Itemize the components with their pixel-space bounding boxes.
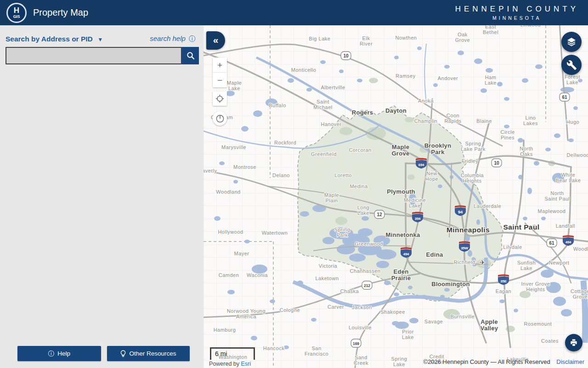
locate-button[interactable]	[213, 92, 227, 106]
org-wordmark: HENNEPIN COUNTY MINNESOTA	[455, 5, 579, 21]
map-place-label: NorthOaks	[520, 146, 533, 157]
svg-text:35W: 35W	[461, 246, 468, 250]
map-place-label: Blaine	[476, 118, 492, 124]
org-name: HENNEPIN COUNTY	[455, 5, 579, 14]
map-place-label: Woodbury	[573, 246, 588, 252]
map-canvas[interactable]: ✈✈10611012612121696949439435W49435E494Bi…	[204, 25, 588, 368]
powered-by-text: Powered by	[209, 361, 239, 367]
disclaimer-link[interactable]: Disclaimer	[556, 358, 584, 365]
map-place-label: CirclePines	[500, 129, 514, 140]
layers-button[interactable]	[561, 32, 582, 52]
map-place-label: CoonRapids	[444, 113, 461, 124]
map-place-label: Hanover	[321, 121, 341, 127]
zoom-out-button[interactable]: −	[213, 73, 227, 87]
svg-text:694: 694	[418, 163, 424, 167]
scale-bar: 6 mi	[210, 347, 255, 360]
map-place-label: Newport	[549, 260, 569, 265]
zoom-control: + −	[213, 58, 227, 87]
map-place-label: Hugo	[566, 119, 579, 125]
map-place-label: Landfall	[556, 223, 576, 229]
info-icon: ⓘ	[189, 35, 195, 42]
logo-gis-text: GIS	[13, 15, 20, 19]
scale-label: 6 mi	[215, 350, 227, 357]
map-place-label: Corcoran	[349, 147, 371, 153]
map-place-label: ForestLake	[565, 74, 580, 85]
map-place-label: MapleGrove	[391, 144, 409, 157]
svg-text:212: 212	[364, 283, 370, 288]
print-button[interactable]	[565, 334, 582, 351]
tools-button[interactable]	[561, 55, 582, 75]
map-place-label: EdenPrairie	[391, 268, 411, 282]
us-route-shield: 212	[362, 281, 372, 289]
map-place-label: Edina	[426, 251, 443, 258]
map-place-label: Camden	[219, 272, 239, 278]
svg-text:12: 12	[377, 212, 382, 217]
map-place-label: Montrose	[233, 164, 256, 170]
us-route-shield: 10	[492, 159, 502, 167]
help-button[interactable]: ⓘ Help	[17, 346, 101, 361]
map-place-label: Savage	[424, 319, 443, 324]
compass-reset-button[interactable]	[213, 111, 227, 126]
map-place-label: Rogers	[352, 109, 373, 116]
hennepin-gis-logo: H GIS	[6, 3, 27, 23]
map-place-label: Nowthen	[396, 35, 417, 40]
map-place-label: MapleLake	[227, 80, 242, 91]
map-place-label: Coates	[541, 338, 559, 344]
map-place-label: Mayer	[234, 251, 249, 256]
map-place-label: Marysville	[221, 144, 246, 150]
map-place-label: HamLake	[485, 75, 497, 86]
map-place-label: Dayton	[385, 107, 407, 114]
search-button[interactable]	[182, 47, 199, 64]
map-place-label: SandCreek	[354, 355, 368, 366]
map-place-label: Anoka	[418, 98, 434, 104]
map-place-label: Saint Paul	[503, 223, 540, 231]
svg-text:61: 61	[562, 95, 567, 100]
copyright-text: ©2026 Hennepin County — All Rights Reser…	[423, 358, 550, 365]
map-place-label: Eagan	[496, 288, 511, 294]
map-place-label: Bloomington	[431, 281, 469, 288]
other-resources-button[interactable]: Other Resources	[107, 346, 190, 361]
map-place-label: Delano	[272, 172, 290, 178]
search-help-text: search help	[150, 34, 186, 42]
map-place-label: Lauderdale	[474, 203, 501, 209]
esri-link[interactable]: Esri	[241, 361, 251, 367]
map-place-label: Linwood	[520, 25, 541, 28]
svg-text:169: 169	[353, 341, 359, 346]
map-place-label: Hollywood	[218, 229, 243, 235]
us-route-shield: 61	[547, 239, 557, 247]
zoom-in-button[interactable]: +	[213, 58, 227, 72]
wrench-icon	[566, 60, 577, 70]
map-place-label: CottageGrove	[571, 288, 588, 299]
map-place-label: NewHope	[425, 171, 438, 182]
map-place-label: Hancock	[263, 345, 284, 351]
us-route-shield: 61	[560, 93, 570, 101]
info-icon: ⓘ	[48, 350, 55, 358]
app-header: H GIS Property Map HENNEPIN COUNTY MINNE…	[0, 0, 588, 25]
map-place-label: Hamburg	[214, 327, 236, 333]
search-type-dropdown[interactable]: Search by Address or PID ▼	[6, 35, 103, 43]
map-place-label: Minnetonka	[385, 231, 420, 238]
search-input[interactable]	[6, 47, 182, 64]
help-button-label: Help	[57, 350, 70, 357]
map-place-label: Louisville	[349, 325, 372, 330]
map-place-label: Waconia	[247, 272, 268, 278]
svg-text:494: 494	[403, 252, 409, 256]
page-title: Property Map	[33, 7, 88, 18]
map-place-label: Maplewood	[538, 208, 566, 214]
map-place-label: Rosemount	[524, 321, 552, 327]
map-place-label: Victoria	[319, 263, 338, 269]
svg-text:10: 10	[494, 161, 499, 166]
print-icon	[569, 338, 578, 347]
map-place-label: Burnsville	[451, 314, 475, 319]
compass-icon	[215, 114, 225, 123]
map-place-label: Fridley	[462, 158, 479, 164]
search-help-link[interactable]: search help ⓘ	[150, 34, 195, 43]
map-place-label: Chanhassen	[350, 268, 381, 274]
attribution: ©2026 Hennepin County — All Rights Reser…	[423, 358, 584, 365]
map-place-label: Loretto	[334, 172, 352, 178]
map-place-label: Laketown	[315, 276, 339, 281]
map-place-label: Buffalo	[269, 103, 286, 108]
collapse-sidebar-button[interactable]: «	[206, 31, 225, 50]
map-place-label: Rockford	[274, 140, 296, 145]
map-place-label: Champlin	[414, 118, 437, 124]
